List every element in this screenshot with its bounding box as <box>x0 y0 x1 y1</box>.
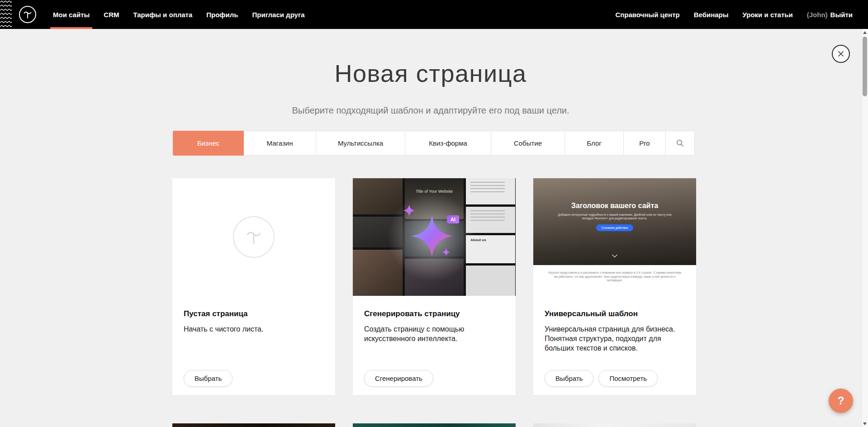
select-blank-button[interactable]: Выбрать <box>184 370 232 387</box>
tab-business[interactable]: Бизнес <box>173 131 244 156</box>
chevron-down-icon <box>612 251 618 260</box>
collage-tile <box>466 266 515 296</box>
zigzag-pattern-decoration <box>0 0 12 29</box>
collage-tile <box>466 178 515 204</box>
ai-badge: AI <box>447 215 459 223</box>
page-title: Новая страница <box>0 59 861 87</box>
collage-tile <box>466 207 515 233</box>
template-grid-row-2 <box>172 423 696 427</box>
tilda-watermark-icon <box>233 216 275 258</box>
ai-preview: About us Title of Your Website <box>353 178 516 296</box>
card-description: Начать с чистого листа. <box>184 324 322 334</box>
card-body: Пустая страница Начать с чистого листа. <box>172 296 335 334</box>
page-subtitle: Выберите подходящий шаблон и адаптируйте… <box>0 105 861 116</box>
preview-hero-text: Добавьте интересные подробности о вашей … <box>558 213 672 220</box>
scrollbar[interactable] <box>861 29 868 427</box>
tab-multilink[interactable]: Мультиссылка <box>316 131 405 156</box>
collage-tile <box>405 221 464 256</box>
tab-blog[interactable]: Блог <box>565 131 624 156</box>
tilda-logo[interactable] <box>19 6 36 23</box>
tab-store[interactable]: Магазин <box>244 131 316 156</box>
help-icon: ? <box>838 394 844 407</box>
tab-search[interactable] <box>666 131 695 156</box>
template-card-partial[interactable] <box>533 423 696 427</box>
blank-page-preview <box>172 178 335 296</box>
view-universal-button[interactable]: Посмотреть <box>598 370 658 387</box>
logout-link[interactable]: Выйти <box>830 11 853 19</box>
nav-item-webinars[interactable]: Вебинары <box>694 0 729 29</box>
template-grid: Пустая страница Начать с чистого листа. … <box>172 178 696 395</box>
card-actions: Выбрать <box>184 370 232 387</box>
collage-tile <box>405 259 464 296</box>
user-name: (John) <box>807 11 828 19</box>
collage-tile <box>353 217 403 247</box>
scroll-down-arrow-icon[interactable] <box>863 422 867 425</box>
nav-item-invite-friend[interactable]: Пригласи друга <box>252 0 304 29</box>
template-card-blank-page[interactable]: Пустая страница Начать с чистого листа. … <box>172 178 335 395</box>
ai-collage: About us Title of Your Website <box>353 178 516 296</box>
nav-item-crm[interactable]: CRM <box>104 0 119 29</box>
preview-hero: Заголовок вашего сайта Добавьте интересн… <box>533 178 696 265</box>
preview-site-title: Title of Your Website <box>405 189 464 194</box>
tilda-logo-icon <box>22 9 33 20</box>
collage-tile <box>405 178 464 219</box>
tab-event[interactable]: Событие <box>491 131 565 156</box>
card-title: Сгенерировать страницу <box>364 309 504 318</box>
main-nav: Мои сайты CRM Тарифы и оплата Профиль Пр… <box>53 0 305 29</box>
card-title: Универсальный шаблон <box>545 309 685 318</box>
nav-item-pricing[interactable]: Тарифы и оплата <box>133 0 192 29</box>
scrollbar-thumb[interactable] <box>863 37 867 96</box>
template-card-ai-generate[interactable]: About us Title of Your Website <box>353 178 516 395</box>
template-card-partial[interactable] <box>353 423 516 427</box>
template-card-universal[interactable]: Заголовок вашего сайта Добавьте интересн… <box>533 178 696 395</box>
search-icon <box>676 139 684 147</box>
generate-button[interactable]: Сгенерировать <box>364 370 433 387</box>
card-description: Создать страницу с помощью искусственног… <box>364 324 502 343</box>
preview-cta-button: Основное действие <box>596 224 633 231</box>
preview-hero-title: Заголовок вашего сайта <box>533 178 696 210</box>
collage-tile <box>353 250 403 296</box>
user-logout-block[interactable]: (John) Выйти <box>807 0 853 29</box>
close-icon <box>837 50 844 57</box>
nav-item-profile[interactable]: Профиль <box>206 0 238 29</box>
nav-item-help-center[interactable]: Справочный центр <box>615 0 679 29</box>
template-card-partial[interactable] <box>172 423 335 427</box>
top-navbar: Мои сайты CRM Тарифы и оплата Профиль Пр… <box>0 0 868 29</box>
collage-about-label: About us <box>466 235 515 242</box>
close-button[interactable] <box>832 45 850 63</box>
tab-pro[interactable]: Pro <box>624 131 666 156</box>
collage-tile: About us <box>466 235 515 263</box>
card-actions: Выбрать Посмотреть <box>545 370 658 387</box>
card-description: Универсальная страница для бизнеса. Поня… <box>545 324 683 353</box>
preview-body: Коротко представьтесь и расскажите о ком… <box>533 265 696 296</box>
nav-item-my-sites[interactable]: Мои сайты <box>53 0 90 29</box>
scroll-up-arrow-icon[interactable] <box>863 31 867 34</box>
secondary-nav: Справочный центр Вебинары Уроки и статьи… <box>615 0 853 29</box>
tab-quiz-form[interactable]: Квиз-форма <box>405 131 491 156</box>
template-category-tabs: Бизнес Магазин Мультиссылка Квиз-форма С… <box>173 131 695 156</box>
card-body: Универсальный шаблон Универсальная стран… <box>533 296 696 353</box>
card-title: Пустая страница <box>184 309 324 318</box>
card-body: Сгенерировать страницу Создать страницу … <box>353 296 516 343</box>
preview-body-text: Коротко представьтесь и расскажите о ком… <box>547 265 683 283</box>
select-universal-button[interactable]: Выбрать <box>545 370 593 387</box>
collage-tile <box>353 178 403 214</box>
card-actions: Сгенерировать <box>364 370 433 387</box>
help-button[interactable]: ? <box>829 389 853 413</box>
nav-item-tutorials[interactable]: Уроки и статьи <box>743 0 793 29</box>
universal-preview: Заголовок вашего сайта Добавьте интересн… <box>533 178 696 296</box>
